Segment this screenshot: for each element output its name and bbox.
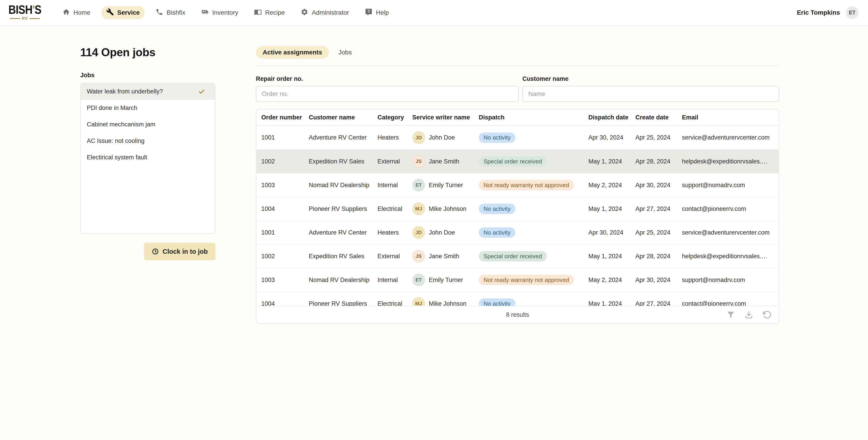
create-date-cell: Apr 25, 2024 [636,134,682,141]
job-list-item-label: Cabinet mechcanism jam [87,121,155,128]
help-icon: ? [365,8,373,18]
job-list-item[interactable]: PDI done in March [81,100,215,116]
avatar: ET [412,179,425,192]
brand-sub: RV [10,16,40,21]
nav-item-administrator[interactable]: Administrator [296,6,354,19]
service-writer-name: Jane Smith [429,253,459,260]
table-row[interactable]: 1004 Pioneer RV Suppliers Electrical MJ … [256,197,779,221]
avatar: JS [412,155,425,168]
topbar-user: Eric Tompkins ET [797,6,859,19]
tab-label: Jobs [338,49,352,56]
brand-rule-left [10,18,20,19]
create-date-cell: Apr 27, 2024 [636,300,682,306]
category-cell: Internal [377,182,412,189]
customer-name-input[interactable] [522,86,779,102]
nav-item-bishfix[interactable]: Bishfix [151,6,190,19]
customer-name-cell: Adventure RV Center [309,134,377,141]
nav-item-label: Recipe [265,9,285,16]
home-icon [62,8,70,18]
table-row[interactable]: 1004 Pioneer RV Suppliers Electrical MJ … [256,292,779,306]
job-list-item-label: PDI done in March [87,104,137,111]
dispatch-cell: Special order received [479,156,588,167]
customer-name-cell: Pioneer RV Suppliers [309,300,377,306]
service-writer-cell: JS Jane Smith [412,250,479,263]
order-number-cell: 1004 [261,300,309,306]
page-title: 114 Open jobs [80,45,215,59]
table-footer-actions [726,310,772,320]
column-header: Dispatch [479,114,588,121]
tab-jobs[interactable]: Jobs [332,46,359,59]
nav-item-home[interactable]: Home [57,6,95,19]
filter-button[interactable] [726,310,736,320]
email-cell: service@adventurervcenter.com [682,134,774,141]
repair-order-input[interactable] [256,86,519,102]
tabs: Active assignmentsJobs [256,45,779,59]
email-cell: service@adventurervcenter.com [682,229,774,236]
nav-item-service[interactable]: Service [101,6,145,19]
dispatch-date-cell: Apr 30, 2024 [588,229,636,236]
job-list-item[interactable]: AC Issue: not cooling [81,133,215,149]
tab-active-assignments[interactable]: Active assignments [256,46,329,59]
job-list-item[interactable]: Cabinet mechcanism jam [81,116,215,133]
job-list-item-label: AC Issue: not cooling [87,137,145,144]
avatar: MJ [412,297,425,306]
brand-rv-label: RV [22,16,28,21]
service-writer-cell: MJ Mike Johnson [412,297,479,306]
service-writer-cell: JD John Doe [412,226,479,239]
email-cell: support@nomadrv.com [682,276,774,283]
table-row[interactable]: 1002 Expedition RV Sales External JS Jan… [256,149,779,173]
category-cell: Heaters [377,229,412,236]
service-writer-name: Mike Johnson [429,300,467,306]
customer-name-cell: Nomad RV Dealership [309,276,377,283]
repair-order-filter: Repair order no. [256,75,519,102]
rv-icon [201,8,209,18]
job-list-item[interactable]: Water leak from underbelly? [81,83,215,100]
jobs-list-label: Jobs [80,72,215,79]
avatar[interactable]: ET [846,6,859,19]
table-row[interactable]: 1002 Expedition RV Sales External JS Jan… [256,244,779,268]
dispatch-date-cell: May 1, 2024 [588,253,636,260]
email-cell: helpdesk@expeditionrvsales.com [682,253,774,260]
download-button[interactable] [744,310,754,320]
order-number-cell: 1002 [261,253,309,260]
nav-item-recipe[interactable]: Recipe [249,6,290,19]
wrench-icon [106,8,114,18]
dispatch-date-cell: May 1, 2024 [588,205,636,212]
brand-wordmark: BISH'S [8,4,41,15]
dispatch-date-cell: May 1, 2024 [588,300,636,306]
refresh-button[interactable] [762,310,772,320]
nav-item-label: Home [73,9,90,16]
create-date-cell: Apr 25, 2024 [636,229,682,236]
table-row[interactable]: 1003 Nomad RV Dealership Internal ET Emi… [256,173,779,197]
brand-logo[interactable]: BISH'S RV [10,4,40,21]
table-row[interactable]: 1003 Nomad RV Dealership Internal ET Emi… [256,268,779,292]
assignments-table: Order numberCustomer nameCategoryService… [256,109,779,324]
table-row[interactable]: 1001 Adventure RV Center Heaters JD John… [256,126,779,149]
main-nav: Home Service Bishfix Inventory Recipe Ad… [57,6,394,19]
nav-item-label: Administrator [312,9,349,16]
service-writer-name: Mike Johnson [429,205,467,212]
dispatch-date-cell: Apr 30, 2024 [588,134,636,141]
table-row[interactable]: 1001 Adventure RV Center Heaters JD John… [256,221,779,244]
topbar: BISH'S RV Home Service Bishfix Inventory… [0,0,868,26]
category-cell: Electrical [377,300,412,306]
job-list-item-label: Water leak from underbelly? [87,88,163,95]
email-cell: contact@pioneerrv.com [682,300,774,306]
job-list-item[interactable]: Electirical system fault [81,149,215,166]
funnel-icon [726,310,735,319]
customer-name-cell: Nomad RV Dealership [309,182,377,189]
order-number-cell: 1002 [261,158,309,165]
tab-label: Active assignments [263,49,322,56]
refresh-icon [763,310,772,319]
nav-item-inventory[interactable]: Inventory [196,6,243,19]
service-writer-cell: JD John Doe [412,131,479,144]
clock-in-button[interactable]: Clock in to job [144,243,215,260]
service-writer-cell: JS Jane Smith [412,155,479,168]
create-date-cell: Apr 30, 2024 [636,182,682,189]
results-count: 8 results [256,311,779,318]
customer-name-cell: Pioneer RV Suppliers [309,205,377,212]
nav-item-help[interactable]: ? Help [360,6,394,19]
category-cell: External [377,158,412,165]
column-header: Customer name [309,114,377,121]
order-number-cell: 1004 [261,205,309,212]
